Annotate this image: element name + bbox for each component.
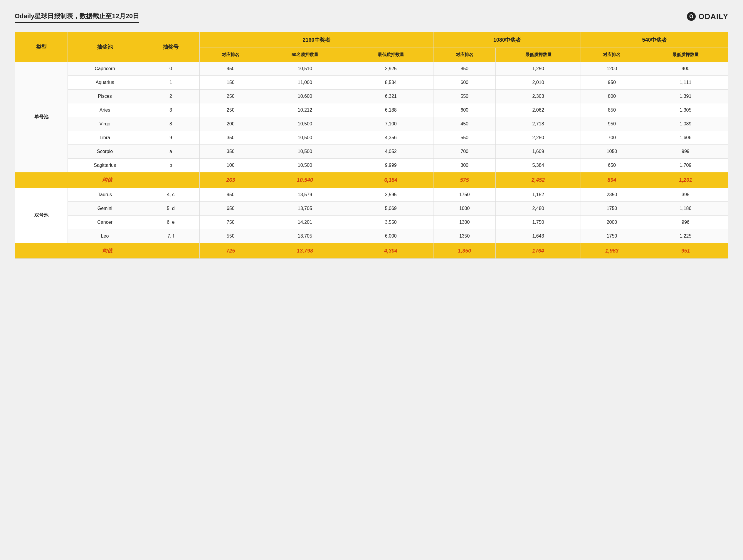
min-540: 999 — [643, 145, 728, 159]
double-pool-type: 双号池 — [15, 188, 68, 243]
table-wrapper: 类型 抽奖池 抽奖号 2160中奖者 1080中奖者 540中奖者 对应排名 5… — [15, 32, 728, 259]
rank-2160: 250 — [200, 90, 262, 103]
avg-label: 均值 — [15, 172, 200, 188]
pool-name: Scorpio — [68, 145, 142, 159]
logo-text: ODAILY — [698, 12, 728, 21]
top50-2160: 11,000 — [262, 76, 348, 90]
rank-540: 1750 — [581, 202, 643, 216]
pool-name: Capricorn — [68, 62, 142, 76]
logo-icon: O — [687, 12, 696, 21]
avg-min-1080: 2,452 — [495, 172, 581, 188]
min-2160: 2,595 — [348, 188, 433, 202]
lottery-number: 4, c — [142, 188, 200, 202]
rank-1080: 450 — [433, 117, 496, 131]
avg-rank-2160: 725 — [200, 243, 262, 259]
min-1080: 1,643 — [495, 229, 581, 243]
rank-1080: 1300 — [433, 216, 496, 229]
top50-2160: 10,500 — [262, 131, 348, 145]
sub-rank-2160: 对应排名 — [200, 48, 262, 62]
min-2160: 3,550 — [348, 216, 433, 229]
min-2160: 9,999 — [348, 159, 433, 172]
sub-rank-1080: 对应排名 — [433, 48, 496, 62]
sub-top50-2160: 50名质押数量 — [262, 48, 348, 62]
table-row: Pisces225010,6006,3215502,3038001,391 — [15, 90, 728, 103]
sub-min-2160: 最低质押数量 — [348, 48, 433, 62]
min-540: 1,089 — [643, 117, 728, 131]
min-1080: 2,280 — [495, 131, 581, 145]
pool-name: Sagittarius — [68, 159, 142, 172]
rank-540: 950 — [581, 76, 643, 90]
min-1080: 1,609 — [495, 145, 581, 159]
min-540: 398 — [643, 188, 728, 202]
rank-2160: 750 — [200, 216, 262, 229]
table-row: Gemini5, d65013,7055,06910002,48017501,1… — [15, 202, 728, 216]
min-540: 1,225 — [643, 229, 728, 243]
sub-min-1080: 最低质押数量 — [495, 48, 581, 62]
pool-name: Cancer — [68, 216, 142, 229]
rank-540: 1050 — [581, 145, 643, 159]
rank-1080: 1000 — [433, 202, 496, 216]
table-row: Scorpioa35010,5004,0527001,6091050999 — [15, 145, 728, 159]
table-row: 单号池Capricorn045010,5102,9258501,25012004… — [15, 62, 728, 76]
header: Odaily星球日报制表，数据截止至12月20日 O ODAILY — [15, 12, 728, 23]
min-2160: 6,000 — [348, 229, 433, 243]
rank-2160: 650 — [200, 202, 262, 216]
min-1080: 2,718 — [495, 117, 581, 131]
pool-name: Libra — [68, 131, 142, 145]
pool-name: Aquarius — [68, 76, 142, 90]
lottery-number: 1 — [142, 76, 200, 90]
table-row: Cancer6, e75014,2013,55013001,7502000996 — [15, 216, 728, 229]
single-pool-type: 单号池 — [15, 62, 68, 172]
table-row: Sagittariusb10010,5009,9993005,3846501,7… — [15, 159, 728, 172]
rank-1080: 600 — [433, 76, 496, 90]
rank-540: 850 — [581, 103, 643, 117]
min-1080: 2,303 — [495, 90, 581, 103]
rank-1080: 850 — [433, 62, 496, 76]
pool-name: Virgo — [68, 117, 142, 131]
avg-rank-540: 894 — [581, 172, 643, 188]
page-container: OdailyOdailyOdaily OdailyOdailyOdaily Od… — [15, 12, 728, 259]
top50-2160: 10,500 — [262, 145, 348, 159]
logo-area: O ODAILY — [687, 12, 728, 21]
avg-rank-2160: 263 — [200, 172, 262, 188]
top50-2160: 13,705 — [262, 229, 348, 243]
lottery-number: b — [142, 159, 200, 172]
min-1080: 2,480 — [495, 202, 581, 216]
lottery-number: 3 — [142, 103, 200, 117]
min-540: 1,391 — [643, 90, 728, 103]
lottery-number: 0 — [142, 62, 200, 76]
rank-540: 650 — [581, 159, 643, 172]
avg-rank-540: 1,963 — [581, 243, 643, 259]
rank-2160: 350 — [200, 145, 262, 159]
table-row: Virgo820010,5007,1004502,7189501,089 — [15, 117, 728, 131]
avg-min-540: 951 — [643, 243, 728, 259]
min-2160: 6,188 — [348, 103, 433, 117]
min-2160: 8,534 — [348, 76, 433, 90]
main-table: 类型 抽奖池 抽奖号 2160中奖者 1080中奖者 540中奖者 对应排名 5… — [15, 32, 728, 259]
min-1080: 1,750 — [495, 216, 581, 229]
rank-2160: 350 — [200, 131, 262, 145]
pool-name: Pisces — [68, 90, 142, 103]
rank-1080: 550 — [433, 131, 496, 145]
min-1080: 2,010 — [495, 76, 581, 90]
rank-1080: 600 — [433, 103, 496, 117]
rank-2160: 100 — [200, 159, 262, 172]
top50-2160: 13,579 — [262, 188, 348, 202]
top50-2160: 10,212 — [262, 103, 348, 117]
rank-2160: 550 — [200, 229, 262, 243]
lottery-number: 5, d — [142, 202, 200, 216]
min-540: 400 — [643, 62, 728, 76]
min-540: 1,111 — [643, 76, 728, 90]
min-1080: 1,250 — [495, 62, 581, 76]
col-group-2160: 2160中奖者 — [200, 32, 433, 48]
col-group-540: 540中奖者 — [581, 32, 728, 48]
top50-2160: 14,201 — [262, 216, 348, 229]
rank-1080: 700 — [433, 145, 496, 159]
rank-540: 950 — [581, 117, 643, 131]
rank-540: 2000 — [581, 216, 643, 229]
top50-2160: 10,600 — [262, 90, 348, 103]
lottery-number: 6, e — [142, 216, 200, 229]
pool-name: Leo — [68, 229, 142, 243]
col-pool: 抽奖池 — [68, 32, 142, 62]
col-number: 抽奖号 — [142, 32, 200, 62]
